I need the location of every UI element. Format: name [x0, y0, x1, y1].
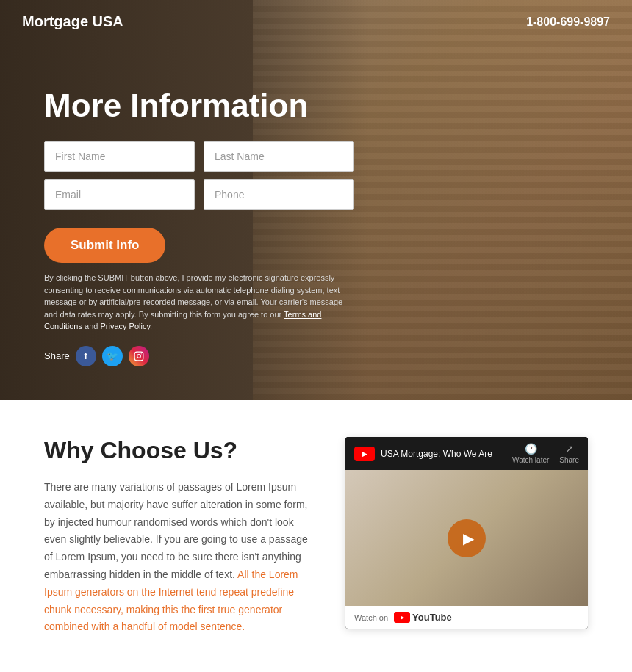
instagram-icon[interactable] [129, 346, 149, 366]
video-title-bar: USA Mortgage: Who We Are [354, 447, 492, 461]
watch-later-button[interactable]: 🕐 Watch later [512, 443, 549, 464]
svg-rect-0 [134, 352, 143, 361]
channel-logo [354, 447, 375, 461]
email-input[interactable] [44, 179, 195, 210]
watch-on-label: Watch on [354, 613, 388, 622]
privacy-link[interactable]: Privacy Policy [100, 322, 150, 330]
video-container: USA Mortgage: Who We Are 🕐 Watch later ↗… [345, 437, 588, 629]
content-left: Why Choose Us? There are many variations… [44, 437, 316, 636]
twitter-icon[interactable]: 🐦 [102, 346, 123, 366]
content-section: Why Choose Us? There are many variations… [0, 400, 632, 672]
share-label: Share [44, 350, 70, 361]
content-title: Why Choose Us? [44, 437, 316, 464]
youtube-logo[interactable]: ▶ YouTube [394, 612, 452, 623]
share-row: Share f 🐦 [44, 346, 345, 366]
hero-section: Mortgage USA 1-800-699-9897 More Informa… [0, 0, 632, 400]
video-actions: 🕐 Watch later ↗ Share [512, 443, 579, 464]
site-header: Mortgage USA 1-800-699-9897 [0, 0, 632, 43]
youtube-red-icon: ▶ [394, 612, 410, 623]
video-thumbnail[interactable] [345, 470, 588, 606]
hero-title: More Information [44, 88, 345, 123]
form-name-row [44, 141, 345, 172]
share-icon: ↗ [565, 443, 574, 455]
video-bottom-bar: Watch on ▶ YouTube [345, 606, 588, 629]
content-body: There are many variations of passages of… [44, 479, 316, 636]
submit-button[interactable]: Submit Info [44, 228, 165, 263]
site-logo: Mortgage USA [22, 13, 123, 30]
play-button[interactable] [448, 519, 486, 557]
form-contact-row [44, 179, 345, 210]
youtube-text: YouTube [412, 612, 452, 623]
watch-later-icon: 🕐 [525, 443, 537, 455]
svg-point-2 [140, 353, 141, 354]
first-name-input[interactable] [44, 141, 195, 172]
svg-point-1 [137, 355, 140, 358]
last-name-input[interactable] [204, 141, 354, 172]
share-video-button[interactable]: ↗ Share [559, 443, 579, 464]
phone-input[interactable] [204, 179, 354, 210]
video-top-bar: USA Mortgage: Who We Are 🕐 Watch later ↗… [345, 437, 588, 470]
facebook-icon[interactable]: f [76, 346, 96, 366]
header-phone: 1-800-699-9897 [526, 15, 610, 29]
content-right: USA Mortgage: Who We Are 🕐 Watch later ↗… [345, 437, 588, 629]
disclaimer-text: By clicking the SUBMIT button above, I p… [44, 272, 345, 333]
video-title: USA Mortgage: Who We Are [381, 449, 492, 459]
hero-content: More Information Submit Info By clicking… [0, 0, 367, 389]
